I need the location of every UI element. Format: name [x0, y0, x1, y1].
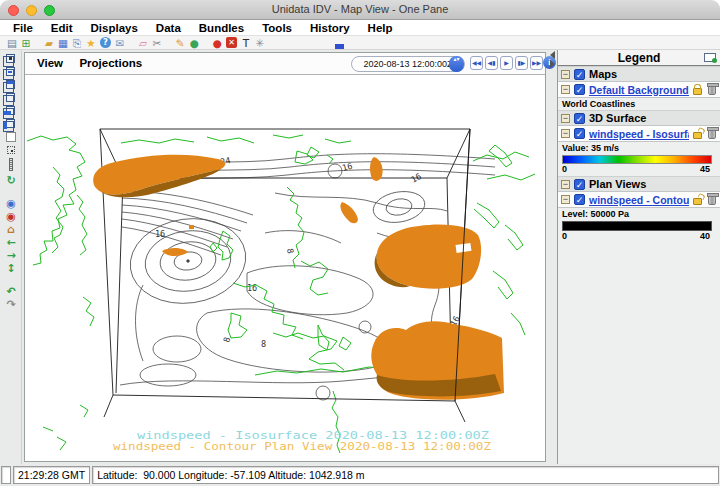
surface-checkbox[interactable]: [574, 113, 585, 124]
view-cube-top-icon[interactable]: [6, 80, 15, 89]
redo-icon[interactable]: ↷: [0, 298, 22, 311]
menu-displays[interactable]: Displays: [82, 22, 147, 34]
new-display-icon[interactable]: ⊞: [19, 37, 33, 49]
maps-checkbox[interactable]: [574, 69, 585, 80]
play-button[interactable]: ▶: [500, 56, 513, 70]
collapse-icon[interactable]: −: [561, 70, 570, 79]
rotate-icon[interactable]: ↻: [0, 174, 22, 187]
pan-left-icon[interactable]: ←: [0, 236, 22, 249]
menu-projections[interactable]: Projections: [79, 53, 142, 69]
contour-colorbar-wrap: [558, 220, 720, 231]
title-bar: Unidata IDV - Map View - One Pane: [0, 0, 720, 20]
map-scene: 24 16 16 16 8 16 8 8 16: [25, 75, 545, 461]
isosurface-checkbox[interactable]: [574, 128, 585, 139]
contour-plan-checkbox[interactable]: [574, 194, 585, 205]
contour-level-label: Level: 50000 Pa: [558, 208, 720, 220]
time-spinner-icon[interactable]: ▴▾: [449, 56, 464, 72]
vertical-scale-icon[interactable]: [9, 158, 13, 171]
float-legend-icon[interactable]: [704, 53, 716, 62]
menu-data[interactable]: Data: [147, 22, 190, 34]
panel-splitter[interactable]: [548, 50, 557, 464]
view-cube-side-icon[interactable]: [6, 119, 15, 128]
time-select[interactable]: 2020-08-13 12:00:00Z ▴▾: [351, 56, 465, 72]
collapse-icon[interactable]: −: [561, 129, 570, 138]
default-maps-checkbox[interactable]: [574, 84, 585, 95]
view-cube-perspective-icon[interactable]: [6, 93, 15, 102]
probe-icon[interactable]: [7, 146, 15, 154]
menu-history[interactable]: History: [301, 22, 359, 34]
expand-right-icon[interactable]: [550, 60, 555, 68]
trash-icon[interactable]: [708, 129, 716, 139]
contour-plan-link[interactable]: windspeed - Contour Pl...: [589, 194, 689, 206]
isosurface-scale: 0 45: [558, 164, 710, 176]
menu-bundles[interactable]: Bundles: [190, 22, 253, 34]
collapse-icon[interactable]: −: [561, 114, 570, 123]
record-icon[interactable]: ●: [210, 37, 224, 49]
cut-icon[interactable]: ✂: [150, 37, 164, 49]
window-title: Unidata IDV - Map View - One Pane: [0, 3, 720, 15]
view-cube-front-icon[interactable]: [6, 106, 15, 115]
save-bundle-icon[interactable]: ▦: [56, 37, 70, 49]
contour-title: windspeed - Contour Plan View 2020-08-13…: [113, 440, 491, 453]
app-window: Unidata IDV - Map View - One Pane File E…: [0, 0, 720, 486]
support-icon[interactable]: ✉: [113, 37, 127, 49]
globe-icon[interactable]: ●: [187, 37, 201, 49]
legend-item-contour-plan: − windspeed - Contour Pl...: [558, 192, 720, 208]
text-icon[interactable]: T: [239, 37, 253, 49]
collapse-icon[interactable]: −: [561, 85, 570, 94]
globe-pointer-icon[interactable]: ◉: [0, 210, 22, 223]
unlock-icon[interactable]: [693, 198, 702, 205]
isosurface-link[interactable]: windspeed - Isosurface: [589, 128, 689, 140]
trash-icon[interactable]: [708, 85, 716, 95]
legend-panel: Legend − Maps − Default Background Maps …: [557, 50, 720, 464]
show-dashboard-icon[interactable]: ▤: [5, 37, 19, 49]
svg-text:8: 8: [261, 339, 266, 349]
collapse-icon[interactable]: −: [561, 180, 570, 189]
menu-file[interactable]: File: [4, 22, 42, 34]
default-maps-link[interactable]: Default Background Maps: [589, 84, 689, 96]
scale-max: 40: [700, 231, 710, 241]
collapse-left-icon[interactable]: [550, 51, 555, 59]
section-label: Plan Views: [589, 178, 646, 190]
menu-tools[interactable]: Tools: [253, 22, 301, 34]
eraser-icon[interactable]: ▱: [136, 37, 150, 49]
draw-icon[interactable]: ✎: [173, 37, 187, 49]
open-bundle-icon[interactable]: ▰: [42, 37, 56, 49]
svg-text:8: 8: [285, 248, 296, 255]
trash-icon[interactable]: [708, 195, 716, 205]
home-icon[interactable]: ⌂: [0, 223, 22, 236]
menu-help[interactable]: Help: [359, 22, 402, 34]
last-frame-button[interactable]: ▶▶: [530, 56, 543, 70]
display-titles: windspeed - Isosurface 2020-08-13 12:00:…: [113, 429, 491, 453]
clock-display: 21:29:28 GMT: [13, 466, 90, 484]
plan-views-checkbox[interactable]: [574, 179, 585, 190]
isosurface-colorbar-wrap: [558, 154, 720, 164]
copy-icon[interactable]: ⎘: [70, 37, 84, 49]
section-label: Maps: [589, 68, 617, 80]
lock-icon[interactable]: [693, 88, 702, 95]
first-frame-button[interactable]: ◀◀: [470, 56, 483, 70]
view-cube-edit-icon[interactable]: [6, 54, 15, 63]
unlock-icon[interactable]: [693, 132, 702, 139]
pan-right-icon[interactable]: →: [0, 249, 22, 262]
delete-icon[interactable]: ✕: [226, 37, 237, 48]
status-bar: 21:29:28 GMT Latitude: 90.000 Longitude:…: [0, 464, 720, 486]
pan-vertical-icon[interactable]: ↕: [0, 262, 22, 275]
legend-section-3d-surface: − 3D Surface: [558, 110, 720, 126]
step-forward-button[interactable]: ▮▶: [515, 56, 528, 70]
black-colorbar: [562, 221, 712, 231]
isosurface-value-label: Value: 35 m/s: [558, 142, 720, 154]
menu-view[interactable]: View: [37, 53, 63, 69]
map-3d-view[interactable]: 24 16 16 16 8 16 8 8 16: [25, 75, 545, 461]
help-icon[interactable]: ?: [100, 37, 111, 48]
undo-icon[interactable]: ↶: [0, 285, 22, 298]
menu-edit[interactable]: Edit: [42, 22, 82, 34]
settings-icon[interactable]: ✳: [253, 37, 267, 49]
favorites-icon[interactable]: ★: [84, 37, 98, 49]
collapse-icon[interactable]: −: [561, 195, 570, 204]
zoom-globe-icon[interactable]: ◉: [0, 197, 22, 210]
legend-item-isosurface: − windspeed - Isosurface: [558, 126, 720, 142]
view-cube-rotate-icon[interactable]: [6, 67, 15, 76]
blank-view-icon[interactable]: [6, 132, 16, 142]
step-back-button[interactable]: ◀▮: [485, 56, 498, 70]
